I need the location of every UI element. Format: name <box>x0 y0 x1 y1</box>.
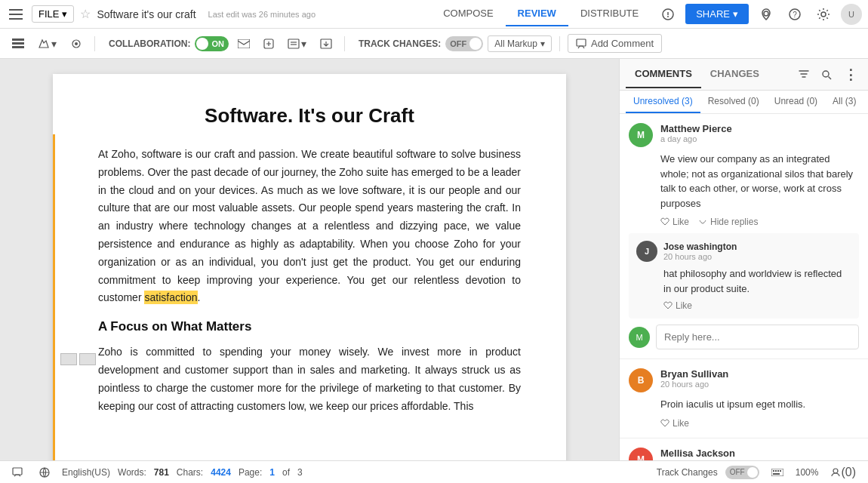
star-button[interactable]: ☆ <box>80 7 91 21</box>
edit-mode-button[interactable]: ▾ <box>33 35 61 53</box>
svg-rect-1 <box>9 14 23 15</box>
file-menu-button[interactable]: FILE ▾ <box>32 5 74 23</box>
reply-body-1: hat philosophy and worldview is reflecte… <box>636 266 851 296</box>
like-button-1[interactable]: Like <box>660 217 689 227</box>
reply-meta-1: Jose washington 20 hours ago <box>663 242 851 261</box>
markup-dropdown[interactable]: All Markup ▾ <box>488 35 552 52</box>
last-edit-text: Last edit was 26 minutes ago <box>208 10 315 19</box>
comment-thread-2: B Bryan Sullivan 20 hours ago Proin iacu… <box>620 359 868 438</box>
comment-meta-3: Mellisa Jackson 20 hours ago <box>660 448 859 461</box>
svg-rect-24 <box>13 468 22 475</box>
page-total: 3 <box>297 467 303 478</box>
filter-unread[interactable]: Unread (0) <box>767 91 825 113</box>
collab-option-button[interactable] <box>259 35 279 52</box>
tab-comments[interactable]: COMMENTS <box>626 60 701 88</box>
tab-review[interactable]: REVIEW <box>506 2 568 26</box>
separator-1 <box>94 36 95 51</box>
svg-point-22 <box>823 71 829 77</box>
language-button[interactable] <box>35 464 54 481</box>
filter-all[interactable]: All (3) <box>825 91 863 113</box>
svg-point-5 <box>667 16 669 17</box>
hide-replies-button-1[interactable]: Hide replies <box>698 217 758 227</box>
view-mode-button[interactable] <box>8 35 29 52</box>
format-button[interactable]: ▾ <box>283 35 311 53</box>
collaboration-toggle[interactable]: ON <box>195 36 229 51</box>
svg-point-6 <box>764 11 768 16</box>
svg-line-23 <box>829 76 832 79</box>
track-toggle-knob <box>469 38 482 50</box>
reply-input-avatar-1: M <box>629 327 650 348</box>
share-button[interactable]: SHARE ▾ <box>685 4 749 24</box>
tab-compose[interactable]: COMPOSE <box>431 2 505 26</box>
comment-header-2: B Bryan Sullivan 20 hours ago <box>629 368 859 392</box>
svg-rect-10 <box>12 38 24 41</box>
comments-count-button[interactable]: (0) <box>826 463 860 482</box>
comment-body-2: Proin iaculis ut ipsum eget mollis. <box>629 397 859 412</box>
comment-mode-button[interactable] <box>66 35 87 52</box>
doc-heading-1: Software. It's our Craft <box>98 104 521 128</box>
doc-paragraph-1: At Zoho, software is our craft and passi… <box>98 146 521 307</box>
add-comment-button[interactable]: Add Comment <box>568 34 662 53</box>
location-button[interactable] <box>755 5 777 24</box>
comment-author-2: Bryan Sullivan <box>660 368 859 380</box>
doc-paragraph-2: Zoho is committed to spending your money… <box>98 343 521 415</box>
reply-avatar-1: J <box>636 241 657 262</box>
status-toggle-text: OFF <box>730 468 745 476</box>
user-avatar[interactable]: U <box>841 4 862 25</box>
toggle-on-text: ON <box>211 39 224 48</box>
track-changes-label: TRACK CHANGES: <box>359 38 441 49</box>
doc-heading-2: A Focus on What Matters <box>98 319 521 334</box>
page-label: Page: <box>239 467 262 478</box>
tab-distribute[interactable]: DISTRIBUTE <box>568 2 651 26</box>
zoom-level: 100% <box>796 467 819 478</box>
svg-rect-29 <box>777 470 779 472</box>
main-area: Software. It's our Craft At Zoho, softwa… <box>0 59 868 460</box>
comment-avatar-1: M <box>629 123 653 147</box>
reply-time-1: 20 hours ago <box>663 252 851 261</box>
comment-avatar-2: B <box>629 368 653 392</box>
svg-rect-28 <box>775 470 777 472</box>
svg-rect-27 <box>773 470 774 472</box>
export-button[interactable] <box>315 35 337 52</box>
comment-header-1: M Matthew Pierce a day ago <box>629 123 859 147</box>
filter-unresolved[interactable]: Unresolved (3) <box>626 91 700 113</box>
filter-resolved[interactable]: Resolved (0) <box>700 91 767 113</box>
comment-body-1: We view our company as an integrated who… <box>629 152 859 211</box>
reply-actions-1: Like <box>636 300 851 311</box>
filter-button[interactable] <box>794 63 814 86</box>
notification-button[interactable] <box>657 5 679 24</box>
reply-input-1[interactable] <box>656 325 859 349</box>
toolbar: ▾ COLLABORATION: ON ▾ TRACK CHANGES: OFF… <box>0 29 868 59</box>
status-toggle-knob <box>747 467 758 478</box>
comment-status-button[interactable] <box>8 464 27 481</box>
track-changes-status-label: Track Changes <box>657 467 718 478</box>
like-button-2[interactable]: Like <box>660 418 689 429</box>
svg-rect-2 <box>9 18 23 20</box>
document-title: Software it's our craft <box>97 8 195 20</box>
top-bar: FILE ▾ ☆ Software it's our craft Last ed… <box>0 0 868 29</box>
reply-1: J Jose washington 20 hours ago hat philo… <box>629 233 859 318</box>
track-changes-toggle[interactable]: OFF <box>445 36 483 51</box>
svg-rect-30 <box>780 470 781 472</box>
more-options-button[interactable]: ⋮ <box>839 63 862 86</box>
search-button[interactable] <box>817 63 836 86</box>
comment-meta-1: Matthew Pierce a day ago <box>660 123 859 143</box>
settings-button[interactable] <box>812 5 835 24</box>
comment-header-3: M Mellisa Jackson 20 hours ago <box>629 448 859 461</box>
help-button[interactable]: ? <box>783 5 806 24</box>
tab-changes[interactable]: CHANGES <box>701 60 768 88</box>
separator-2 <box>344 36 345 51</box>
email-button[interactable] <box>233 36 254 51</box>
comment-meta-2: Bryan Sullivan 20 hours ago <box>660 368 859 389</box>
comment-avatar-3: M <box>629 448 653 461</box>
track-changes-status-toggle[interactable]: OFF <box>725 466 759 479</box>
keyboard-button[interactable] <box>767 466 788 479</box>
like-button-reply-1[interactable]: Like <box>663 300 692 311</box>
track-off-text: OFF <box>450 39 466 48</box>
comments-filter-tabs: Unresolved (3) Resolved (0) Unread (0) A… <box>620 91 868 114</box>
svg-point-32 <box>833 469 838 473</box>
reply-author-1: Jose washington <box>663 242 851 252</box>
comment-indicator-bar <box>53 134 55 460</box>
comment-actions-1: Like Hide replies <box>629 217 859 227</box>
hamburger-button[interactable] <box>6 6 26 23</box>
